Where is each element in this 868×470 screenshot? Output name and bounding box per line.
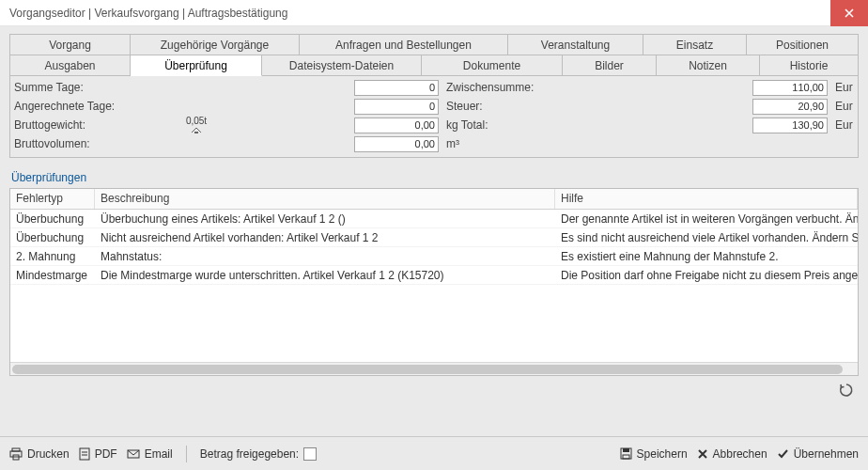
cell-help: Der genannte Artikel ist in weiteren Vor… [555,212,858,226]
window: Vorgangseditor | Verkaufsvorgang | Auftr… [0,0,868,470]
separator [186,446,187,462]
email-label: Email [145,447,173,461]
cancel-label: Abbrechen [713,447,767,461]
label-total: Total: [461,118,488,132]
horizontal-scrollbar[interactable] [10,362,858,375]
cell-desc: Überbuchung eines Artikels: Artikel Verk… [95,212,555,226]
summary-panel: Summe Tage: 0 Zwischensumme: 110,00 Eur … [9,76,859,158]
col-header-help[interactable]: Hilfe [555,189,858,209]
titlebar: Vorgangseditor | Verkaufsvorgang | Auftr… [0,0,868,26]
section-title-ueberpruefungen: Überprüfungen [9,171,859,184]
save-label: Speichern [637,447,688,461]
col-header-desc[interactable]: Beschreibung [95,189,555,209]
print-label: Drucken [27,447,70,461]
cell-type: Überbuchung [10,231,95,244]
pdf-button[interactable]: PDF [79,447,117,461]
grid-body: Überbuchung Überbuchung eines Artikels: … [10,210,858,362]
tab-positionen[interactable]: Positionen [747,35,858,55]
tab-notizen[interactable]: Notizen [657,55,760,76]
cell-help: Es existiert eine Mahnung der Mahnstufe … [555,250,858,263]
check-icon [777,448,789,460]
tab-bilder[interactable]: Bilder [563,55,657,76]
unit-kg: kg [446,118,458,132]
table-row[interactable]: 2. Mahnung Mahnstatus: Es existiert eine… [10,247,858,266]
close-icon [845,8,854,18]
cell-type: Mindestmarge [10,269,95,282]
email-button[interactable]: Email [127,447,173,461]
value-angerechnete-tage[interactable]: 0 [354,99,439,115]
tab-anfragen[interactable]: Anfragen und Bestellungen [300,35,508,55]
cell-type: 2. Mahnung [10,250,95,263]
weight-icon-text: 0,05t [186,117,207,126]
tab-zugehoerige[interactable]: Zugehörige Vorgänge [131,35,300,55]
value-bruttovolumen[interactable]: 0,00 [354,136,439,152]
content-area: Vorgang Zugehörige Vorgänge Anfragen und… [0,26,868,436]
betrag-freigegeben-checkbox[interactable] [303,447,317,461]
refresh-button[interactable] [838,382,855,399]
tab-dateisystem[interactable]: Dateisystem-Dateien [262,55,422,76]
label-bruttovolumen: Bruttovolumen: [14,137,164,150]
value-total[interactable]: 130,90 [752,118,828,133]
checks-grid: Fehlertyp Beschreibung Hilfe Überbuchung… [9,188,859,376]
label-angerechnete-tage: Angerechnete Tage: [14,100,164,113]
unit-eur-3: Eur [831,118,854,132]
value-bruttogewicht[interactable]: 0,00 [354,118,439,133]
table-row[interactable]: Überbuchung Überbuchung eines Artikels: … [10,210,858,228]
pdf-icon [79,447,90,461]
tab-ausgaben[interactable]: Ausgaben [10,55,131,76]
save-button[interactable]: Speichern [620,447,688,461]
pdf-label: PDF [95,447,117,461]
value-steuer[interactable]: 20,90 [752,99,828,115]
unit-m3: m³ [442,137,546,150]
value-summe-tage[interactable]: 0 [354,80,439,96]
betrag-freigegeben-group: Betrag freigegeben: [200,447,317,461]
value-zwischensumme[interactable]: 110,00 [752,80,828,96]
label-steuer: Steuer: [442,100,546,113]
col-header-type[interactable]: Fehlertyp [10,189,95,209]
cell-desc: Nicht ausreichend Artikel vorhanden: Art… [95,231,555,244]
grid-header: Fehlertyp Beschreibung Hilfe [10,189,858,210]
svg-rect-7 [623,448,629,452]
email-icon [127,449,140,459]
label-bruttogewicht: Bruttogewicht: [14,118,164,132]
betrag-freigegeben-label: Betrag freigegeben: [200,447,299,461]
label-summe-tage: Summe Tage: [14,81,164,94]
tab-historie[interactable]: Historie [760,55,858,76]
tab-strip: Vorgang Zugehörige Vorgänge Anfragen und… [9,34,859,76]
cancel-icon [697,448,708,460]
print-icon [9,447,23,461]
tab-ueberpruefung[interactable]: Überprüfung [131,55,262,76]
svg-rect-0 [194,132,198,133]
unit-eur-1: Eur [831,81,854,94]
scrollbar-thumb[interactable] [12,365,843,374]
weight-icon[interactable]: 0,05t [186,117,207,134]
tab-veranstaltung[interactable]: Veranstaltung [508,35,643,55]
tab-dokumente[interactable]: Dokumente [422,55,563,76]
apply-label: Übernehmen [794,447,859,461]
print-button[interactable]: Drucken [9,447,70,461]
tab-vorgang[interactable]: Vorgang [10,35,131,55]
cell-desc: Mahnstatus: [95,250,555,263]
tab-einsatz[interactable]: Einsatz [643,35,747,55]
refresh-icon [839,383,854,398]
cell-help: Die Position darf ohne Freigabe nicht zu… [555,269,858,282]
apply-button[interactable]: Übernehmen [777,447,859,461]
svg-rect-8 [623,455,629,459]
window-title: Vorgangseditor | Verkaufsvorgang | Auftr… [9,7,830,20]
close-button[interactable] [830,0,868,26]
cell-type: Überbuchung [10,212,95,226]
cancel-button[interactable]: Abbrechen [697,447,767,461]
svg-rect-4 [80,448,89,460]
cell-desc: Die Mindestmarge wurde unterschritten. A… [95,269,555,282]
table-row[interactable]: Mindestmarge Die Mindestmarge wurde unte… [10,266,858,285]
footer-toolbar: Drucken PDF Email Betrag freigegeben: Sp… [0,436,868,470]
label-zwischensumme: Zwischensumme: [442,81,546,94]
unit-eur-2: Eur [831,100,854,113]
save-icon [620,447,632,460]
table-row[interactable]: Überbuchung Nicht ausreichend Artikel vo… [10,228,858,247]
cell-help: Es sind nicht ausreichend viele Artikel … [555,231,858,244]
svg-rect-2 [10,451,22,457]
